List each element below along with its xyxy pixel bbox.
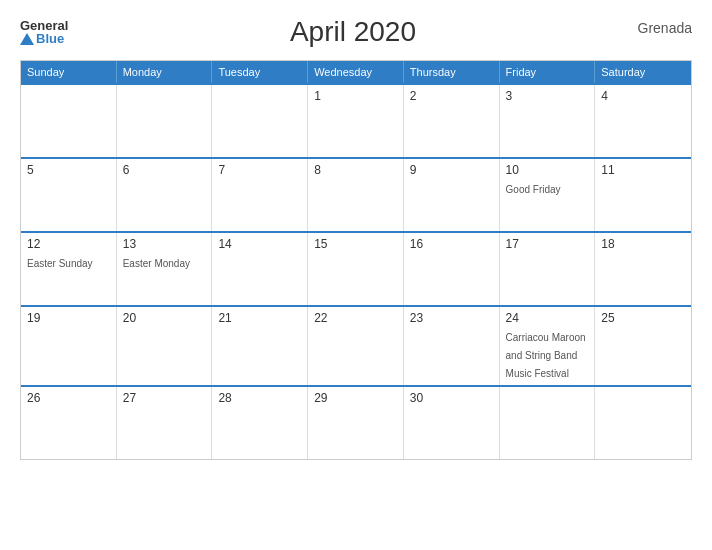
day-number: 30 [410, 391, 493, 405]
logo-triangle-icon [20, 33, 34, 45]
calendar-cell-w1-d2 [117, 85, 213, 157]
calendar-cell-w3-d5: 16 [404, 233, 500, 305]
calendar-cell-w1-d6: 3 [500, 85, 596, 157]
calendar-week-1: 1234 [21, 83, 691, 157]
calendar-cell-w4-d6: 24Carriacou Maroon and String Band Music… [500, 307, 596, 385]
day-number: 1 [314, 89, 397, 103]
event-label: Easter Monday [123, 258, 190, 269]
logo: General Blue [20, 19, 68, 45]
day-number: 17 [506, 237, 589, 251]
calendar-cell-w5-d3: 28 [212, 387, 308, 459]
calendar-cell-w1-d7: 4 [595, 85, 691, 157]
calendar-cell-w4-d1: 19 [21, 307, 117, 385]
header-friday: Friday [500, 61, 596, 83]
day-number: 14 [218, 237, 301, 251]
day-number: 4 [601, 89, 685, 103]
calendar-week-5: 2627282930 [21, 385, 691, 459]
calendar-cell-w5-d6 [500, 387, 596, 459]
calendar-week-3: 12Easter Sunday13Easter Monday1415161718 [21, 231, 691, 305]
day-number: 6 [123, 163, 206, 177]
calendar-cell-w3-d3: 14 [212, 233, 308, 305]
calendar-cell-w2-d7: 11 [595, 159, 691, 231]
calendar-cell-w2-d5: 9 [404, 159, 500, 231]
calendar-title: April 2020 [290, 16, 416, 48]
calendar-cell-w5-d4: 29 [308, 387, 404, 459]
calendar-cell-w4-d5: 23 [404, 307, 500, 385]
header-saturday: Saturday [595, 61, 691, 83]
day-number: 26 [27, 391, 110, 405]
day-number: 9 [410, 163, 493, 177]
header-tuesday: Tuesday [212, 61, 308, 83]
calendar-cell-w4-d7: 25 [595, 307, 691, 385]
day-number: 11 [601, 163, 685, 177]
calendar-header: Sunday Monday Tuesday Wednesday Thursday… [21, 61, 691, 83]
calendar-cell-w1-d1 [21, 85, 117, 157]
calendar-cell-w2-d4: 8 [308, 159, 404, 231]
calendar-page: General Blue April 2020 Grenada Sunday M… [0, 0, 712, 550]
calendar-cell-w1-d4: 1 [308, 85, 404, 157]
header-monday: Monday [117, 61, 213, 83]
calendar-cell-w5-d2: 27 [117, 387, 213, 459]
day-number: 5 [27, 163, 110, 177]
day-number: 13 [123, 237, 206, 251]
calendar-cell-w3-d6: 17 [500, 233, 596, 305]
header-wednesday: Wednesday [308, 61, 404, 83]
calendar-cell-w1-d5: 2 [404, 85, 500, 157]
calendar-cell-w2-d3: 7 [212, 159, 308, 231]
calendar-body: 12345678910Good Friday1112Easter Sunday1… [21, 83, 691, 459]
calendar-cell-w2-d1: 5 [21, 159, 117, 231]
calendar-cell-w1-d3 [212, 85, 308, 157]
day-number: 16 [410, 237, 493, 251]
event-label: Good Friday [506, 184, 561, 195]
calendar-cell-w4-d2: 20 [117, 307, 213, 385]
calendar-cell-w3-d4: 15 [308, 233, 404, 305]
day-number: 2 [410, 89, 493, 103]
calendar-cell-w3-d2: 13Easter Monday [117, 233, 213, 305]
calendar-week-4: 192021222324Carriacou Maroon and String … [21, 305, 691, 385]
day-number: 29 [314, 391, 397, 405]
page-header: General Blue April 2020 Grenada [20, 16, 692, 48]
day-number: 21 [218, 311, 301, 325]
day-number: 8 [314, 163, 397, 177]
day-number: 22 [314, 311, 397, 325]
calendar-cell-w4-d3: 21 [212, 307, 308, 385]
calendar-cell-w4-d4: 22 [308, 307, 404, 385]
day-number: 25 [601, 311, 685, 325]
day-number: 27 [123, 391, 206, 405]
event-label: Easter Sunday [27, 258, 93, 269]
day-number: 19 [27, 311, 110, 325]
logo-blue-text: Blue [20, 32, 68, 45]
calendar-cell-w5-d5: 30 [404, 387, 500, 459]
calendar-cell-w3-d1: 12Easter Sunday [21, 233, 117, 305]
calendar-cell-w5-d1: 26 [21, 387, 117, 459]
day-number: 18 [601, 237, 685, 251]
country-label: Grenada [638, 16, 692, 36]
day-number: 7 [218, 163, 301, 177]
calendar-cell-w5-d7 [595, 387, 691, 459]
day-number: 15 [314, 237, 397, 251]
header-sunday: Sunday [21, 61, 117, 83]
calendar-cell-w2-d6: 10Good Friday [500, 159, 596, 231]
day-number: 20 [123, 311, 206, 325]
calendar-cell-w2-d2: 6 [117, 159, 213, 231]
day-number: 24 [506, 311, 589, 325]
day-number: 12 [27, 237, 110, 251]
day-number: 10 [506, 163, 589, 177]
calendar-week-2: 5678910Good Friday11 [21, 157, 691, 231]
calendar-grid: Sunday Monday Tuesday Wednesday Thursday… [20, 60, 692, 460]
day-number: 23 [410, 311, 493, 325]
header-thursday: Thursday [404, 61, 500, 83]
calendar-cell-w3-d7: 18 [595, 233, 691, 305]
day-number: 28 [218, 391, 301, 405]
day-number: 3 [506, 89, 589, 103]
event-label: Carriacou Maroon and String Band Music F… [506, 332, 586, 379]
